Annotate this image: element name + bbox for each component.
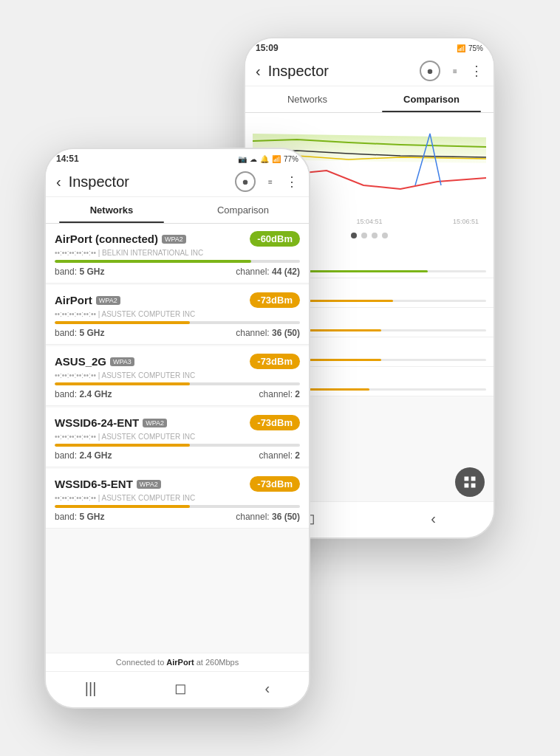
network-badge-4: WPA2 bbox=[137, 480, 161, 489]
tabs-front: Networks Comparison bbox=[46, 197, 309, 224]
svg-rect-4 bbox=[471, 484, 476, 488]
network-item-wssid6-5[interactable]: WSSID6-5-ENT WPA2 -73dBm ••:••:••:••:••:… bbox=[46, 469, 309, 529]
network-band-4: band: 5 GHz bbox=[55, 512, 104, 522]
dot-3 bbox=[372, 233, 378, 238]
network-list: AirPort (connected) WPA2 -60dBm ••:••:••… bbox=[46, 224, 309, 653]
signal-badge-1: -73dBm bbox=[250, 292, 300, 308]
network-item-asus2g[interactable]: ASUS_2G WPA3 -73dBm ••:••:••:••:••:•• | … bbox=[46, 346, 309, 406]
network-channel-1: channel: 36 (50) bbox=[236, 328, 300, 338]
network-band-3: band: 2.4 GHz bbox=[55, 450, 112, 461]
network-badge-2: WPA3 bbox=[110, 357, 134, 366]
battery-front: 77% bbox=[284, 155, 298, 163]
back-icon-front[interactable]: ‹ bbox=[265, 680, 270, 697]
battery-back: 75% bbox=[468, 44, 483, 52]
signal-icon-back: 📶 bbox=[457, 44, 465, 52]
status-icons-back: 📶 75% bbox=[457, 44, 483, 52]
footer-status: Connected to AirPort at 260Mbps bbox=[46, 653, 309, 671]
network-item-airport[interactable]: AirPort WPA2 -73dBm ••:••:••:••:••:•• | … bbox=[46, 285, 309, 345]
time-label-2: 15:04:51 bbox=[356, 218, 382, 225]
app-title-front: Inspector bbox=[69, 173, 231, 190]
network-band-0: band: 5 GHz bbox=[55, 267, 104, 277]
network-band-2: band: 2.4 GHz bbox=[55, 389, 112, 399]
filter-button-back[interactable]: ≡ bbox=[445, 61, 465, 81]
network-mac-0: ••:••:••:••:••:•• | BELKIN INTERNATIONAL… bbox=[55, 249, 300, 257]
app-bar-back: ‹ Inspector ⏺ ≡ ⋮ bbox=[245, 56, 494, 86]
notif-icon-front: 🔔 bbox=[260, 155, 269, 163]
back-icon-back[interactable]: ‹ bbox=[431, 510, 436, 527]
record-button-back[interactable]: ⏺ bbox=[420, 61, 440, 81]
home-icon-front[interactable]: ◻ bbox=[174, 679, 187, 697]
app-title-back: Inspector bbox=[268, 63, 415, 80]
svg-rect-2 bbox=[471, 477, 476, 481]
signal-icon-front: 📶 bbox=[272, 155, 281, 163]
network-band-1: band: 5 GHz bbox=[55, 328, 104, 338]
grid-float-button[interactable] bbox=[455, 467, 485, 497]
filter-button-front[interactable]: ≡ bbox=[260, 171, 281, 192]
back-button-back[interactable]: ‹ bbox=[256, 63, 261, 80]
network-channel-0: channel: 44 (42) bbox=[236, 267, 300, 277]
tab-networks-front[interactable]: Networks bbox=[46, 197, 177, 223]
network-name-1: AirPort bbox=[55, 294, 92, 306]
network-name-3: WSSID6-24-ENT bbox=[55, 416, 139, 429]
status-bar-back: 15:09 📶 75% bbox=[245, 38, 494, 56]
network-name-0: AirPort (connected) bbox=[55, 233, 158, 245]
network-channel-4: channel: 36 (50) bbox=[236, 512, 300, 522]
network-item-wssid6-24[interactable]: WSSID6-24-ENT WPA2 -73dBm ••:••:••:••:••… bbox=[46, 408, 309, 467]
dot-4 bbox=[382, 233, 388, 238]
tabs-back: Networks Comparison bbox=[245, 86, 494, 113]
signal-badge-4: -73dBm bbox=[250, 476, 300, 492]
status-time-front: 14:51 bbox=[56, 154, 79, 164]
cloud-icon-front: ☁ bbox=[250, 155, 257, 163]
network-channel-3: channel: 2 bbox=[259, 450, 300, 461]
status-icons-front: 📷 ☁ 🔔 📶 77% bbox=[238, 155, 298, 163]
app-bar-front: ‹ Inspector ⏺ ≡ ⋮ bbox=[46, 167, 309, 197]
scene: 15:09 📶 75% ‹ Inspector ⏺ ≡ ⋮ bbox=[0, 0, 560, 756]
tab-networks-back[interactable]: Networks bbox=[245, 86, 369, 112]
signal-badge-2: -73dBm bbox=[250, 354, 300, 369]
network-channel-2: channel: 2 bbox=[259, 389, 300, 399]
record-button-front[interactable]: ⏺ bbox=[235, 171, 256, 192]
more-button-back[interactable]: ⋮ bbox=[470, 63, 483, 79]
network-name-2: ASUS_2G bbox=[55, 355, 106, 368]
network-name-4: WSSID6-5-ENT bbox=[55, 478, 133, 490]
dot-2 bbox=[361, 233, 367, 238]
bottom-nav-front: ||| ◻ ‹ bbox=[46, 671, 309, 707]
status-time-back: 15:09 bbox=[256, 43, 279, 53]
more-button-front[interactable]: ⋮ bbox=[285, 173, 298, 190]
network-mac-4: ••:••:••:••:••:•• | ASUSTEK COMPUTER INC bbox=[55, 494, 300, 502]
network-badge-1: WPA2 bbox=[96, 296, 120, 305]
network-mac-3: ••:••:••:••:••:•• | ASUSTEK COMPUTER INC bbox=[55, 433, 300, 441]
network-item-airport-connected[interactable]: AirPort (connected) WPA2 -60dBm ••:••:••… bbox=[46, 224, 309, 284]
tab-comparison-front[interactable]: Comparison bbox=[177, 197, 309, 223]
svg-rect-1 bbox=[465, 477, 469, 481]
signal-badge-3: -73dBm bbox=[250, 415, 300, 430]
cam-icon-front: 📷 bbox=[238, 155, 247, 163]
menu-icon-front[interactable]: ||| bbox=[85, 680, 97, 697]
grid-icon bbox=[462, 475, 477, 489]
network-mac-2: ••:••:••:••:••:•• | ASUSTEK COMPUTER INC bbox=[55, 371, 300, 379]
dot-1 bbox=[351, 233, 357, 238]
filter-icon-back: ≡ bbox=[453, 67, 457, 75]
signal-badge-0: -60dBm bbox=[250, 231, 300, 247]
network-badge-3: WPA2 bbox=[143, 419, 167, 427]
footer-highlight: AirPort bbox=[166, 658, 194, 667]
phone-front: 14:51 📷 ☁ 🔔 📶 77% ‹ Inspector ⏺ ≡ bbox=[44, 148, 310, 709]
svg-rect-3 bbox=[465, 484, 469, 488]
back-button-front[interactable]: ‹ bbox=[56, 173, 61, 190]
filter-icon-front: ≡ bbox=[268, 178, 273, 186]
network-badge-0: WPA2 bbox=[162, 235, 186, 244]
record-icon-back: ⏺ bbox=[426, 67, 434, 75]
time-label-3: 15:06:51 bbox=[453, 218, 479, 225]
status-bar-front: 14:51 📷 ☁ 🔔 📶 77% bbox=[46, 149, 309, 167]
record-icon-front: ⏺ bbox=[242, 178, 249, 186]
tab-comparison-back[interactable]: Comparison bbox=[369, 86, 494, 112]
network-mac-1: ••:••:••:••:••:•• | ASUSTEK COMPUTER INC bbox=[55, 310, 300, 318]
